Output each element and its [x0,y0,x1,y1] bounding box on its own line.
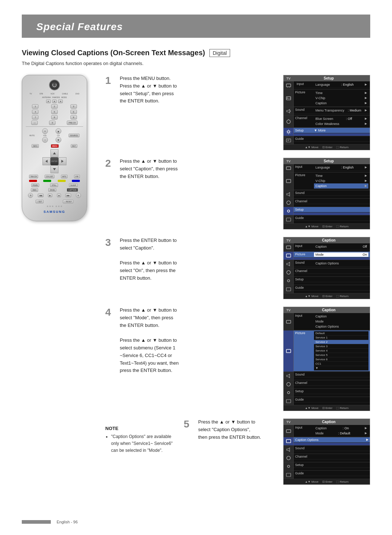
svg-marker-26 [287,374,290,378]
menu-screenshot-5: TV Caption Input [283,418,370,485]
remote-control: TVSTBVCRCABLEDVD ANTENNAFAMODEMODE ▼▼▼ 1… [22,75,87,221]
step-4: 4 Press the ▲ or ▼ button to select "Mod… [105,307,370,411]
section-description: The Digital Captions function operates o… [22,61,370,66]
info-btn[interactable]: INFO [32,144,39,148]
btn-0[interactable]: 0 [49,121,56,125]
menu-screenshot-1: TV Setup Input [283,75,370,150]
ch-down[interactable]: ▼ [56,137,61,143]
menu-screenshot-2: TV Setup Input [283,158,370,230]
dpad-down[interactable] [50,165,58,173]
page-header: Special Features [22,15,370,38]
svg-rect-29 [286,400,291,403]
step-1: 1 Press the MENU button. Press the ▲ or … [105,75,370,150]
section-title: Viewing Closed Captions (On-Screen Text … [22,49,370,57]
svg-point-22 [287,280,290,282]
power-button[interactable] [49,80,60,90]
rewind-btn[interactable]: ◀◀ [38,194,44,197]
svg-rect-18 [286,246,291,249]
play-btn[interactable]: ▶ [48,194,52,197]
main-content: TVSTBVCRCABLEDVD ANTENNAFAMODEMODE ▼▼▼ 1… [22,75,370,485]
ff-btn[interactable]: ▶▶ [65,194,71,197]
set-btn[interactable]: ○ SET [36,200,44,203]
note-step5-row: NOTE "Caption Options" are available onl… [105,418,370,485]
svg-point-27 [287,382,290,386]
ch-up-2[interactable]: ∧ [28,193,33,198]
dpad-left[interactable] [42,157,50,165]
remote-container: TVSTBVCRCABLEDVD ANTENNAFAMODEMODE ▼▼▼ 1… [22,75,94,485]
dpad-up[interactable] [50,149,58,157]
svg-marker-20 [287,262,290,266]
svg-point-15 [287,201,290,204]
btn-6[interactable]: 6 [70,110,77,114]
note-box: NOTE "Caption Options" are available onl… [105,426,178,454]
svg-rect-25 [286,349,291,353]
step-5: 5 Press the ▲ or ▼ button to select "Cap… [184,418,370,485]
page-title: Special Features [36,21,356,33]
svg-point-34 [287,465,290,467]
btn-prev-ch[interactable]: PRE-CH [67,121,77,125]
dma-btn[interactable]: DMA [31,188,38,192]
btn-2[interactable]: 2 [51,104,58,109]
btn-1[interactable]: 1 [32,104,38,109]
stop-btn[interactable]: ■ [57,194,61,197]
return-btn[interactable]: RET [71,144,77,148]
blue-btn[interactable] [72,180,80,182]
btn-9[interactable]: 9 [70,115,77,119]
svg-point-6 [287,120,290,123]
menu-screenshot-4: TV Caption Input Caption Mode [283,307,370,411]
svg-rect-35 [286,473,291,477]
red-btn[interactable] [29,180,37,182]
ch-list-btn[interactable]: CH.LIST [45,175,54,178]
svg-rect-0 [286,84,291,87]
svg-rect-23 [286,288,291,291]
dpad-right[interactable] [58,157,66,165]
vol-down[interactable]: − [42,137,48,143]
digital-badge: Digital [209,49,230,57]
step-2: 2 Press the ▲ or ▼ button to select "Cap… [105,158,370,230]
svg-rect-30 [286,430,291,433]
svg-rect-12 [286,167,291,170]
green-btn[interactable] [43,180,51,182]
sleep-btn[interactable]: SLEEP [69,183,78,187]
dnse-btn[interactable]: DNSE [48,188,56,192]
samsung-logo: SAMSUNG [26,210,83,214]
menu-btn[interactable]: MENU [51,144,59,148]
svg-marker-5 [287,109,290,113]
btn-dash[interactable]: — [31,121,38,125]
page-footer: English - 96 [22,520,370,524]
svg-rect-31 [286,439,291,443]
svg-rect-19 [286,254,291,257]
menu-screenshot-3: TV Caption Input [283,237,370,299]
svg-rect-24 [286,320,291,323]
svg-point-8 [287,131,290,133]
svg-point-21 [287,271,290,274]
btn-4[interactable]: 4 [32,110,38,114]
mts-btn[interactable]: MTS [61,175,68,178]
svg-point-28 [287,392,290,394]
vol-up[interactable]: + [42,128,48,134]
reset-btn[interactable]: ○ RESET [63,200,73,203]
btn-3[interactable]: 3 [70,104,77,109]
dpad-enter[interactable]: ENTER [50,157,58,165]
step-3: 3 Press the ENTER button to select "Capt… [105,237,370,299]
yellow-btn[interactable] [58,180,66,182]
source-btn[interactable]: SOURCE [69,134,79,137]
svg-marker-14 [287,192,290,196]
btn-8[interactable]: 8 [51,115,58,119]
footer-bar [22,520,51,524]
btn-5[interactable]: 5 [51,110,58,114]
svg-rect-17 [286,218,291,221]
svg-marker-32 [287,448,290,451]
svg-rect-13 [286,179,291,183]
ch-down-2[interactable]: ∨ [76,193,81,198]
still-btn[interactable]: STILL [50,183,58,187]
caption-btn[interactable]: CAPTION [67,188,78,192]
ch-up[interactable]: ▲ [56,128,61,134]
psize-btn[interactable]: PSIZE [31,183,39,187]
d-pad: ENTER [42,149,66,173]
tav-ch-btn[interactable]: TAV-CH [29,175,38,178]
footer-text: English - 96 [57,520,78,524]
pip-btn[interactable]: PIP [74,175,80,178]
svg-point-33 [287,456,290,460]
btn-7[interactable]: 7 [32,115,38,119]
